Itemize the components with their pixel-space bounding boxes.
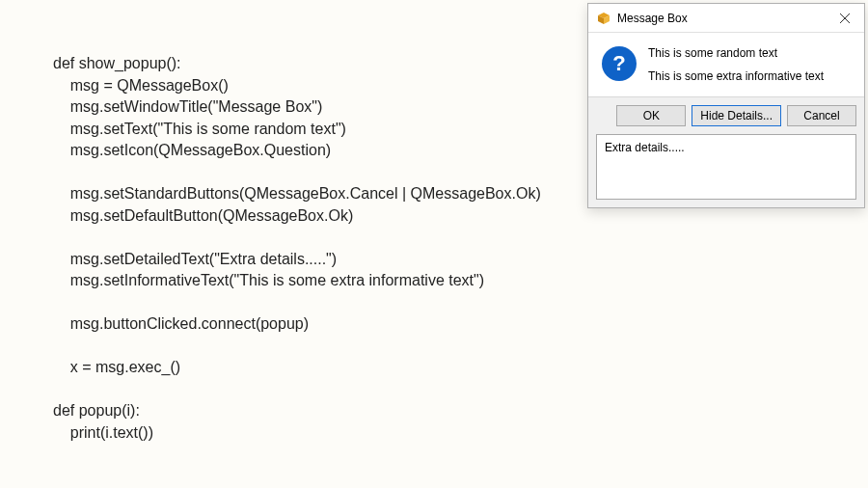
cancel-button[interactable]: Cancel	[787, 105, 856, 126]
app-icon	[596, 11, 611, 26]
ok-button[interactable]: OK	[616, 105, 686, 126]
titlebar[interactable]: Message Box	[588, 4, 864, 33]
dialog-button-row: OK Hide Details... Cancel	[588, 96, 864, 134]
code-block: def show_popup(): msg = QMessageBox() ms…	[53, 53, 541, 444]
dialog-main-text: This is some random text	[648, 46, 851, 60]
dialog-details-wrap: Extra details.....	[588, 134, 864, 207]
message-box-dialog: Message Box ? This is some random text T…	[587, 3, 865, 208]
dialog-texts: This is some random text This is some ex…	[648, 46, 851, 83]
dialog-body: ? This is some random text This is some …	[588, 33, 864, 96]
dialog-details-textarea[interactable]: Extra details.....	[596, 134, 856, 200]
dialog-informative-text: This is some extra informative text	[648, 69, 851, 83]
close-button[interactable]	[827, 5, 862, 32]
question-icon: ?	[602, 46, 637, 81]
question-mark: ?	[612, 51, 625, 76]
hide-details-button[interactable]: Hide Details...	[692, 105, 781, 126]
titlebar-title: Message Box	[617, 12, 827, 25]
